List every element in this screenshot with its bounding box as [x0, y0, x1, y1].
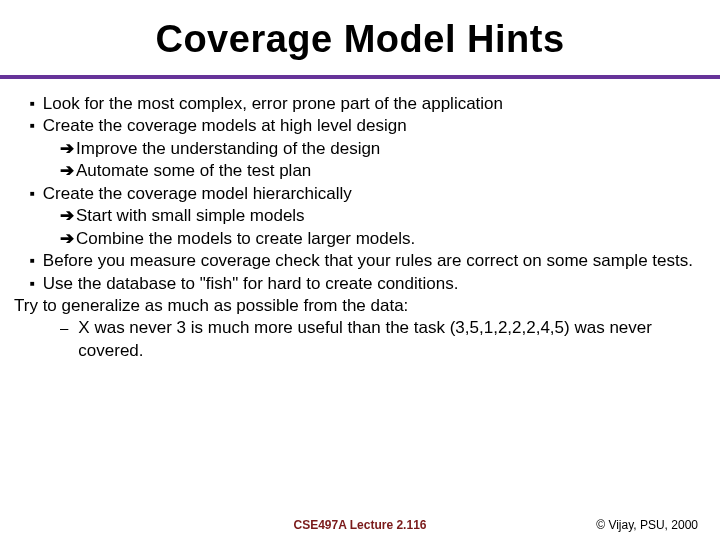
- square-bullet-icon: ■: [30, 115, 35, 137]
- bullet-text: Create the coverage models at high level…: [43, 115, 407, 137]
- bullet-item: ■ Create the coverage models at high lev…: [14, 115, 706, 137]
- sub-bullet-item: ➔ Improve the understanding of the desig…: [14, 138, 706, 160]
- arrow-icon: ➔: [60, 228, 74, 250]
- arrow-icon: ➔: [60, 160, 74, 182]
- bullet-item: ■ Use the database to "fish" for hard to…: [14, 273, 706, 295]
- bullet-item: ■ Create the coverage model hierarchical…: [14, 183, 706, 205]
- bullet-item: ■ Look for the most complex, error prone…: [14, 93, 706, 115]
- slide-content: ■ Look for the most complex, error prone…: [0, 93, 720, 362]
- sub-bullet-text: Combine the models to create larger mode…: [76, 228, 415, 250]
- arrow-icon: ➔: [60, 205, 74, 227]
- bullet-text: Before you measure coverage check that y…: [43, 250, 693, 272]
- sub-bullet-item: ➔ Automate some of the test plan: [14, 160, 706, 182]
- footer-center-text: CSE497A Lecture 2.116: [294, 518, 427, 532]
- square-bullet-icon: ■: [30, 273, 35, 295]
- arrow-icon: ➔: [60, 138, 74, 160]
- slide: Coverage Model Hints ■ Look for the most…: [0, 0, 720, 540]
- sub-bullet-item: ➔ Start with small simple models: [14, 205, 706, 227]
- sub-bullet-text: Improve the understanding of the design: [76, 138, 380, 160]
- bullet-text: Use the database to "fish" for hard to c…: [43, 273, 459, 295]
- footer-right-text: © Vijay, PSU, 2000: [596, 518, 698, 532]
- slide-title: Coverage Model Hints: [0, 0, 720, 75]
- square-bullet-icon: ■: [30, 183, 35, 205]
- plain-text: Try to generalize as much as possible fr…: [14, 296, 408, 315]
- bullet-item: ■ Before you measure coverage check that…: [14, 250, 706, 272]
- sub-bullet-item: ➔ Combine the models to create larger mo…: [14, 228, 706, 250]
- sub-bullet-text: Start with small simple models: [76, 205, 305, 227]
- dash-icon: –: [60, 317, 68, 339]
- sub-bullet-text: Automate some of the test plan: [76, 160, 311, 182]
- horizontal-rule: [0, 75, 720, 79]
- dash-bullet-item: – X was never 3 is much more useful than…: [14, 317, 706, 362]
- square-bullet-icon: ■: [30, 93, 35, 115]
- square-bullet-icon: ■: [30, 250, 35, 272]
- dash-bullet-text: X was never 3 is much more useful than t…: [78, 317, 706, 362]
- bullet-text: Create the coverage model hierarchically: [43, 183, 352, 205]
- plain-line: Try to generalize as much as possible fr…: [14, 295, 706, 317]
- bullet-text: Look for the most complex, error prone p…: [43, 93, 503, 115]
